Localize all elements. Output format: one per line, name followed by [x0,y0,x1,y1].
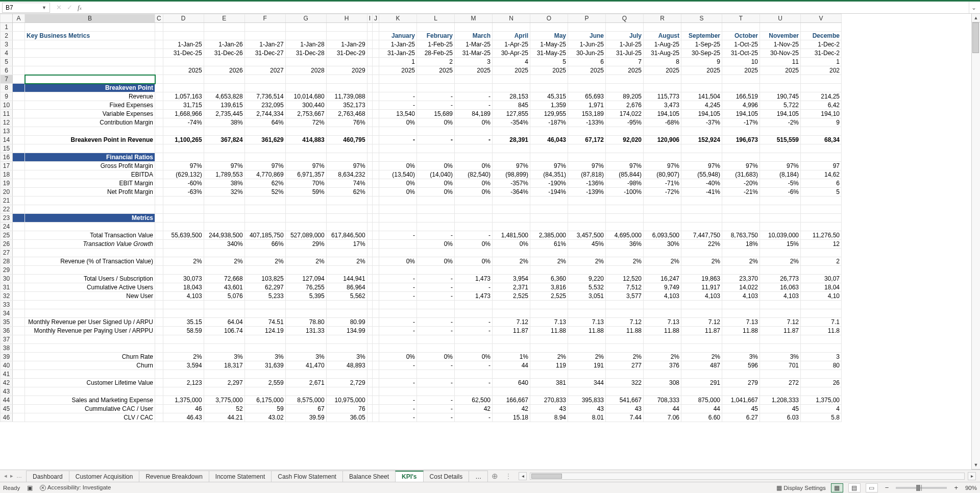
row-header-28[interactable]: 28 [1,257,13,266]
cell-F2[interactable] [244,32,285,40]
cell-D33[interactable] [163,301,204,309]
cell-N10[interactable]: 845 [493,101,530,110]
cell-F8[interactable] [244,84,285,92]
cell-N45[interactable]: 42 [493,405,530,413]
cell-M36[interactable]: - [455,327,493,335]
cell-L1[interactable] [417,23,455,32]
cell-R4[interactable]: 31-Aug-25 [644,49,681,58]
cell-R39[interactable]: 2% [644,353,681,361]
cell-D16[interactable] [163,153,204,162]
cell-S40[interactable]: 487 [681,361,722,370]
cell-N44[interactable]: 166,667 [493,396,530,405]
cell-A18[interactable] [13,170,25,179]
cell-C40[interactable] [155,361,163,370]
cell-P45[interactable]: 43 [568,405,606,413]
cell-K20[interactable]: 0% [379,188,417,196]
cell-M29[interactable] [455,266,493,275]
cell-F19[interactable]: 62% [244,179,285,188]
cell-E33[interactable] [204,301,244,309]
cell-T14[interactable]: 196,673 [722,136,760,144]
cell-I8[interactable] [367,84,372,92]
cell-K7[interactable] [379,75,417,84]
cell-T30[interactable]: 23,370 [722,275,760,283]
cell-J41[interactable] [373,370,379,379]
cell-B2[interactable]: Key Business Metrics [25,32,155,40]
cell-K30[interactable]: - [379,275,417,283]
cell-F1[interactable] [244,23,285,32]
cell-U40[interactable]: 701 [760,361,801,370]
cell-E6[interactable]: 2026 [204,66,244,75]
cell-M26[interactable]: 0% [455,240,493,249]
cell-B36[interactable]: Monthly Revenue per Paying User / ARPPU [25,327,155,335]
formula-input[interactable] [88,3,967,13]
cell-K22[interactable] [379,205,417,214]
cell-B45[interactable]: Cummulative CAC / User [25,405,155,413]
cell-A46[interactable] [13,413,25,422]
sheet-tab-cash-flow-statement[interactable]: Cash Flow Statement [271,471,343,482]
cell-O42[interactable]: 381 [530,379,568,387]
cell-N22[interactable] [493,205,530,214]
cell-M24[interactable] [455,223,493,231]
cell-F20[interactable]: 52% [244,188,285,196]
cell-B39[interactable]: Churn Rate [25,353,155,361]
cell-H43[interactable] [326,387,367,396]
cell-I20[interactable] [367,188,372,196]
cell-R16[interactable] [644,153,681,162]
cell-U35[interactable]: 7.12 [760,318,801,327]
row-header-1[interactable]: 1 [1,23,13,32]
cell-F38[interactable] [244,344,285,353]
cell-T6[interactable]: 2025 [722,66,760,75]
cell-G40[interactable]: 41,470 [285,361,326,370]
cell-H17[interactable]: 97% [326,162,367,170]
cell-U2[interactable]: November [760,32,801,40]
cell-J22[interactable] [373,205,379,214]
cell-G21[interactable] [285,196,326,205]
cell-U38[interactable] [760,344,801,353]
cell-O12[interactable]: -187% [530,118,568,127]
cell-F41[interactable] [244,370,285,379]
row-header-43[interactable]: 43 [1,387,13,396]
cell-V14[interactable]: 68,34 [801,136,842,144]
cell-T19[interactable]: -20% [722,179,760,188]
cell-N42[interactable]: 640 [493,379,530,387]
cell-F23[interactable] [244,214,285,223]
cell-R38[interactable] [644,344,681,353]
cell-B20[interactable]: Net Profit Margin [25,188,155,196]
row-header-38[interactable]: 38 [1,344,13,353]
cell-H13[interactable] [326,127,367,136]
row-header-13[interactable]: 13 [1,127,13,136]
cell-P20[interactable]: -139% [568,188,606,196]
cell-H18[interactable]: 8,634,232 [326,170,367,179]
cell-Q26[interactable]: 36% [606,240,644,249]
cell-J37[interactable] [373,335,379,344]
cell-F39[interactable]: 3% [244,353,285,361]
cell-A20[interactable] [13,188,25,196]
cell-F10[interactable]: 232,095 [244,101,285,110]
cell-O29[interactable] [530,266,568,275]
cell-I38[interactable] [367,344,372,353]
cell-P21[interactable] [568,196,606,205]
cell-R33[interactable] [644,301,681,309]
cell-H7[interactable] [326,75,367,84]
cell-T15[interactable] [722,144,760,153]
cell-A19[interactable] [13,179,25,188]
cell-T5[interactable]: 10 [722,58,760,66]
cell-G46[interactable]: 39.59 [285,413,326,422]
cell-S32[interactable]: 4,103 [681,292,722,301]
cell-H9[interactable]: 11,739,088 [326,92,367,101]
cell-K6[interactable]: 2025 [379,66,417,75]
cell-R6[interactable]: 2025 [644,66,681,75]
sheet-tab-kpi-s[interactable]: KPI's [395,471,424,482]
cell-P31[interactable]: 5,532 [568,283,606,292]
cell-O14[interactable]: 46,043 [530,136,568,144]
cell-R24[interactable] [644,223,681,231]
cell-G9[interactable]: 10,014,680 [285,92,326,101]
cell-S13[interactable] [681,127,722,136]
cell-N3[interactable]: 1-Apr-25 [493,40,530,49]
cell-T11[interactable]: 194,105 [722,110,760,118]
cell-O4[interactable]: 31-May-25 [530,49,568,58]
col-header-B[interactable]: B [25,14,155,23]
cell-H31[interactable]: 86,964 [326,283,367,292]
row-header-21[interactable]: 21 [1,196,13,205]
row-header-37[interactable]: 37 [1,335,13,344]
